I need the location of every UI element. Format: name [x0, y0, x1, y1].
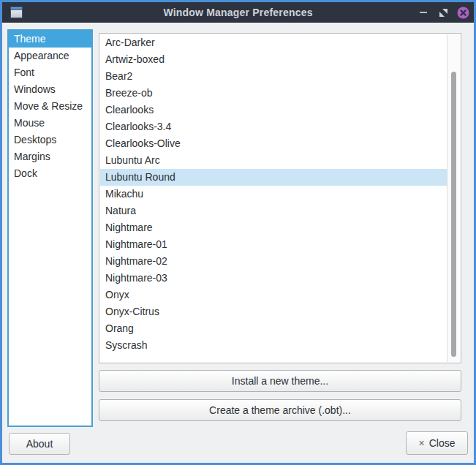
unmaximize-button[interactable] [437, 6, 450, 19]
theme-item-clearlooks-3-4[interactable]: Clearlooks-3.4 [100, 118, 447, 135]
theme-item-artwiz-boxed[interactable]: Artwiz-boxed [100, 51, 447, 68]
category-sidebar: ThemeAppearanceFontWindowsMove & ResizeM… [7, 29, 93, 427]
close-button[interactable]: × Close [406, 431, 468, 455]
theme-item-orang[interactable]: Orang [100, 320, 447, 337]
window-title: Window Manager Preferences [2, 2, 474, 23]
sidebar-item-move-resize[interactable]: Move & Resize [9, 98, 91, 115]
theme-item-arc-darker[interactable]: Arc-Darker [100, 34, 447, 51]
sidebar-item-theme[interactable]: Theme [9, 31, 91, 48]
close-window-button[interactable] [456, 6, 469, 19]
theme-item-bear2[interactable]: Bear2 [100, 68, 447, 85]
scrollbar-thumb[interactable] [451, 72, 456, 357]
sidebar-item-font[interactable]: Font [9, 64, 91, 81]
theme-item-nightmare-01[interactable]: Nightmare-01 [100, 236, 447, 253]
theme-item-nightmare[interactable]: Nightmare [100, 219, 447, 236]
theme-item-nightmare-03[interactable]: Nightmare-03 [100, 270, 447, 287]
theme-item-mikachu[interactable]: Mikachu [100, 186, 447, 203]
theme-item-nightmare-02[interactable]: Nightmare-02 [100, 253, 447, 270]
theme-item-clearlooks[interactable]: Clearlooks [100, 102, 447, 118]
sidebar-item-margins[interactable]: Margins [9, 148, 91, 165]
close-button-label: Close [429, 437, 456, 449]
close-window-icon [457, 7, 469, 19]
titlebar-controls [417, 2, 469, 23]
theme-list: Arc-DarkerArtwiz-boxedBear2Breeze-obClea… [99, 33, 461, 363]
sidebar-item-dock[interactable]: Dock [9, 165, 91, 182]
theme-item-onyx-citrus[interactable]: Onyx-Citrus [100, 303, 447, 320]
theme-item-natura[interactable]: Natura [100, 203, 447, 219]
theme-item-breeze-ob[interactable]: Breeze-ob [100, 85, 447, 102]
theme-item-lubuntu-arc[interactable]: Lubuntu Arc [100, 152, 447, 169]
theme-item-onyx[interactable]: Onyx [100, 287, 447, 303]
window: Window Manager Preferences ThemeAppearan… [0, 0, 476, 465]
sidebar-item-mouse[interactable]: Mouse [9, 115, 91, 132]
minimize-icon [420, 12, 427, 13]
about-button[interactable]: About [9, 433, 70, 455]
sidebar-item-appearance[interactable]: Appearance [9, 48, 91, 64]
theme-scrollbar[interactable] [447, 34, 460, 362]
titlebar: Window Manager Preferences [2, 2, 474, 23]
theme-item-lubuntu-round[interactable]: Lubuntu Round [100, 169, 447, 186]
theme-item-syscrash[interactable]: Syscrash [100, 337, 447, 354]
close-icon: × [419, 437, 425, 449]
unmaximize-icon [439, 9, 447, 17]
install-theme-button[interactable]: Install a new theme... [99, 370, 461, 392]
sidebar-item-desktops[interactable]: Desktops [9, 132, 91, 148]
sidebar-item-windows[interactable]: Windows [9, 81, 91, 98]
minimize-button[interactable] [417, 6, 430, 19]
create-archive-button[interactable]: Create a theme archive (.obt)... [99, 399, 461, 421]
theme-list-rows: Arc-DarkerArtwiz-boxedBear2Breeze-obClea… [100, 34, 447, 362]
theme-item-clearlooks-olive[interactable]: Clearlooks-Olive [100, 135, 447, 152]
